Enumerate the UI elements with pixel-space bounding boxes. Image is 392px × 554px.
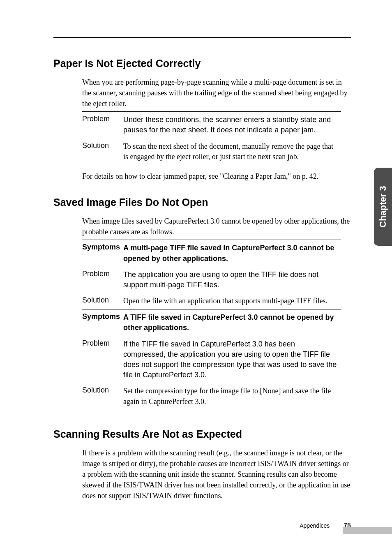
heading-saved-image-files: Saved Image Files Do Not Open	[53, 196, 351, 208]
row-label: Solution	[82, 293, 123, 309]
symptoms-label: Symptoms	[82, 240, 123, 267]
section2-intro: When image files saved by CapturePerfect…	[82, 216, 351, 237]
section3-intro: If there is a problem with the scanning …	[82, 448, 351, 501]
top-rule	[53, 37, 351, 38]
row-label: Solution	[82, 383, 123, 410]
row-text: Under these conditions, the scanner ente…	[123, 112, 341, 138]
section1-outro: For details on how to clear jammed paper…	[82, 171, 351, 182]
chapter-tab-label: Chapter 3	[378, 186, 388, 227]
section1-table: Problem Under these conditions, the scan…	[82, 111, 341, 165]
heading-paper-not-ejected: Paper Is Not Ejected Correctly	[53, 58, 351, 69]
section1-intro: When you are performing page-by-page sca…	[82, 77, 351, 109]
row-label: Problem	[82, 267, 123, 293]
symptoms-text: A multi-page TIFF file saved in CaptureP…	[123, 240, 341, 267]
row-text: The application you are using to open th…	[123, 267, 341, 293]
chapter-tab: Chapter 3	[374, 168, 392, 246]
row-text: If the TIFF file saved in CapturePerfect…	[123, 336, 341, 383]
row-label: Problem	[82, 112, 123, 138]
row-label: Problem	[82, 336, 123, 383]
row-text: To scan the next sheet of the document, …	[123, 138, 341, 165]
row-text: Open the file with an application that s…	[123, 293, 341, 309]
footer-section: Appendices	[300, 522, 330, 529]
heading-scanning-results: Scanning Results Are Not as Expected	[53, 428, 351, 440]
section2-table: Symptoms A multi-page TIFF file saved in…	[82, 240, 341, 410]
symptoms-label: Symptoms	[82, 309, 123, 336]
row-label: Solution	[82, 138, 123, 165]
symptoms-text: A TIFF file saved in CapturePerfect 3.0 …	[123, 309, 341, 336]
footer-decorative-bar	[343, 527, 392, 534]
row-text: Set the compression type for the image f…	[123, 383, 341, 410]
